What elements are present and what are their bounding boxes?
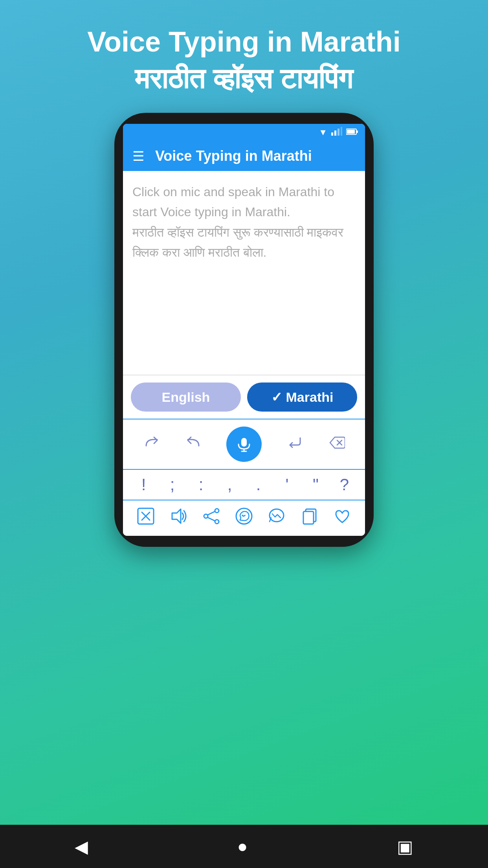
undo-icon[interactable] (185, 434, 202, 455)
mic-button[interactable] (226, 427, 262, 462)
punct-colon[interactable]: : (189, 475, 213, 494)
english-button[interactable]: English (131, 383, 241, 412)
svg-rect-5 (347, 130, 355, 134)
punctuation-bar: ! ; : , . ' " ? (123, 470, 365, 500)
svg-rect-7 (241, 438, 247, 447)
svg-rect-2 (338, 129, 339, 136)
page-header: Voice Typing in Marathi मराठीत व्हॉइस टा… (72, 0, 416, 113)
svg-point-17 (215, 520, 219, 524)
marathi-button[interactable]: ✓ Marathi (247, 383, 357, 412)
app-bar: ☰ Voice Typing in Marathi (123, 141, 365, 171)
nav-back-icon[interactable]: ◀ (75, 837, 88, 857)
hamburger-icon[interactable]: ☰ (132, 149, 144, 163)
svg-marker-15 (172, 509, 181, 523)
nav-recents-icon[interactable]: ▣ (397, 837, 413, 857)
svg-line-20 (207, 517, 215, 521)
battery-icon (346, 127, 358, 138)
phone-frame: ▼ ☰ Voice Typing in Ma (114, 113, 374, 547)
svg-point-16 (215, 509, 219, 513)
nav-bar: ◀ ● ▣ (0, 825, 488, 868)
favorite-icon[interactable] (333, 507, 352, 530)
messenger-icon[interactable] (267, 507, 286, 530)
text-area[interactable]: Click on mic and speak in Marathi to sta… (123, 171, 365, 375)
wifi-icon: ▼ (319, 127, 327, 138)
punct-question[interactable]: ? (333, 475, 356, 494)
whatsapp-icon[interactable] (235, 507, 253, 530)
punct-apostrophe[interactable]: ' (275, 475, 299, 494)
punct-semicolon[interactable]: ; (161, 475, 184, 494)
copy-icon[interactable] (300, 507, 319, 530)
nav-home-icon[interactable]: ● (237, 837, 248, 856)
language-bar: English ✓ Marathi (123, 375, 365, 419)
bottom-actions (123, 500, 365, 536)
status-bar: ▼ (123, 124, 365, 141)
share-icon[interactable] (202, 507, 221, 530)
signal-icon (331, 127, 342, 138)
punct-quote[interactable]: " (304, 475, 328, 494)
clear-icon[interactable] (136, 507, 155, 530)
svg-rect-6 (356, 131, 358, 133)
punct-period[interactable]: . (247, 475, 270, 494)
enter-icon[interactable] (286, 434, 303, 455)
redo-icon[interactable] (143, 434, 160, 455)
punct-comma[interactable]: , (218, 475, 242, 494)
svg-rect-1 (334, 131, 336, 136)
speaker-icon[interactable] (169, 507, 188, 530)
punct-exclaim[interactable]: ! (132, 475, 156, 494)
placeholder-text: Click on mic and speak in Marathi to sta… (132, 182, 356, 263)
backspace-icon[interactable] (328, 434, 345, 455)
page-title: Voice Typing in Marathi मराठीत व्हॉइस टा… (87, 24, 400, 97)
svg-rect-0 (331, 132, 333, 136)
action-bar (123, 419, 365, 470)
svg-rect-3 (341, 127, 342, 136)
svg-rect-24 (303, 511, 314, 524)
svg-line-19 (207, 511, 215, 515)
checkmark-icon: ✓ (271, 389, 282, 405)
phone-screen: ▼ ☰ Voice Typing in Ma (123, 124, 365, 536)
app-bar-title: Voice Typing in Marathi (155, 148, 312, 164)
